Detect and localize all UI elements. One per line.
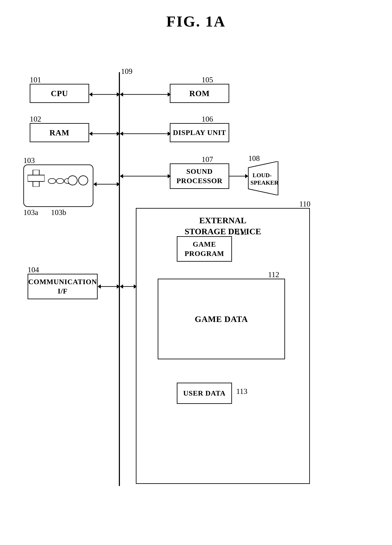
ref-111: 111 [236,228,247,237]
rom-box: ROM [170,84,229,103]
svg-point-2 [48,179,56,184]
arrow-ram-bus [89,130,120,137]
loudspeaker-shape: LOUD- SPEAKER [246,161,280,195]
arrow-display-bus [120,130,171,137]
arrow-controller-bus [93,181,120,187]
game-data-box: GAME DATA [158,279,285,359]
ref-104: 104 [28,265,39,274]
svg-rect-1 [28,175,44,181]
ref-105: 105 [202,75,213,84]
ref-112: 112 [268,270,279,279]
ref-110: 110 [299,199,311,208]
ref-103: 103 [23,156,35,165]
display-box: DISPLAY UNIT [170,123,229,142]
svg-point-3 [56,179,64,184]
comm-if-box: COMMUNICATIONI/F [28,274,98,299]
ref-106: 106 [202,115,213,124]
ref-107: 107 [202,155,213,164]
svg-point-6 [79,176,88,185]
ref-102: 102 [30,115,41,124]
ext-storage-box: EXTERNALSTORAGE DEVICE 111 GAMEPROGRAM 1… [136,208,310,484]
arrow-sound-bus [120,173,171,179]
large-buttons [68,172,89,189]
svg-text:LOUD-: LOUD- [253,172,272,179]
cpu-box: CPU [30,84,89,103]
ram-box: RAM [30,123,89,142]
arrow-cpu-bus [89,91,120,98]
arrow-commif-bus [98,283,120,290]
user-data-box: USER DATA [177,383,232,404]
svg-text:SPEAKER: SPEAKER [250,179,279,186]
ref-109: 109 [121,67,132,76]
dpad-icon [28,170,44,187]
ref-103a: 103a [23,208,38,217]
ref-101: 101 [30,75,41,84]
sound-box: SOUNDPROCESSOR [170,163,229,189]
game-program-box: GAMEPROGRAM [177,236,232,262]
arrow-rom-bus [120,91,171,98]
arrow-sound-speaker [229,173,248,179]
ref-103b: 103b [51,208,66,217]
svg-point-5 [68,176,77,185]
diagram-container: 109 101 CPU 102 RAM 103 103a 103b 104 CO… [17,34,375,528]
page-title: FIG. 1A [0,0,392,30]
ext-storage-label: EXTERNALSTORAGE DEVICE [137,209,309,237]
ref-113: 113 [236,387,248,396]
arrow-ext-bus [120,283,137,290]
